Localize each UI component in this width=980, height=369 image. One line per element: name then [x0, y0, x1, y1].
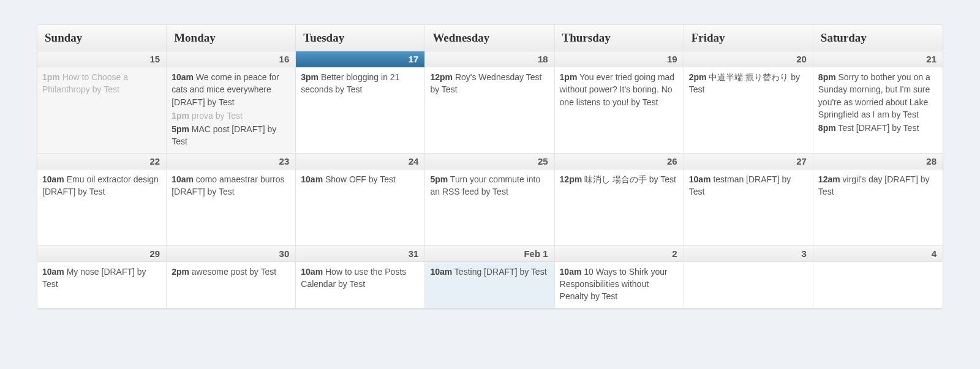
event-time: 10am — [301, 174, 323, 184]
calendar-day-cell[interactable]: 2410am Show OFF by Test — [296, 154, 425, 246]
posts-calendar: SundayMondayTuesdayWednesdayThursdayFrid… — [37, 24, 943, 309]
calendar-week-row: 2910am My nose [DRAFT] by Test302pm awes… — [37, 246, 943, 308]
day-number: 2 — [555, 246, 684, 262]
day-number: 15 — [37, 51, 166, 67]
event-title: Testing [DRAFT] by Test — [452, 267, 546, 277]
calendar-day-cell[interactable]: 2612pm 味消し 場合の手 by Test — [555, 154, 684, 246]
day-number: 31 — [296, 246, 424, 262]
event-title: 味消し 場合の手 by Test — [582, 174, 676, 184]
calendar-day-cell[interactable]: 3 — [684, 246, 813, 308]
calendar-event[interactable]: 10am testman [DRAFT] by Test — [689, 173, 808, 198]
day-number: 18 — [425, 51, 554, 67]
event-time: 3pm — [301, 72, 318, 82]
calendar-day-cell[interactable]: 2310am como amaestrar burros [DRAFT] by … — [167, 154, 296, 246]
event-time: 5pm — [172, 124, 189, 134]
calendar-event[interactable]: 10am Show OFF by Test — [301, 173, 420, 185]
day-events: 1pm How to Choose a Philanthropy by Test — [37, 67, 166, 101]
calendar-event[interactable]: 5pm MAC post [DRAFT] by Test — [172, 123, 290, 148]
weekday-header: Monday — [167, 25, 296, 51]
calendar-day-cell[interactable]: 202pm 中道半端 振り替わり by Test — [684, 51, 813, 154]
calendar-event[interactable]: 10am Emu oil extractor design [DRAFT] by… — [42, 173, 161, 198]
weekday-header: Friday — [684, 25, 813, 51]
day-number: 21 — [813, 51, 943, 67]
calendar-event[interactable]: 8pm Sorry to bother you on a Sunday morn… — [818, 71, 938, 121]
day-number: Feb 1 — [425, 246, 554, 262]
day-events: 2pm 中道半端 振り替わり by Test — [684, 67, 813, 101]
calendar-day-cell[interactable]: 2710am testman [DRAFT] by Test — [684, 154, 813, 246]
calendar-day-cell[interactable]: 1610am We come in peace for cats and mic… — [167, 51, 296, 154]
calendar-day-cell[interactable]: 2812am virgil's day [DRAFT] by Test — [813, 154, 943, 246]
calendar-day-cell[interactable]: 4 — [813, 246, 943, 308]
calendar-day-cell[interactable]: 210am 10 Ways to Shirk your Responsibili… — [555, 246, 684, 308]
day-events: 12pm Roy's Wednesday Test by Test — [425, 67, 554, 101]
calendar-event[interactable]: 10am We come in peace for cats and mice … — [172, 71, 290, 108]
calendar-event[interactable]: 10am 10 Ways to Shirk your Responsibilit… — [560, 266, 679, 303]
calendar-event[interactable]: 1pm How to Choose a Philanthropy by Test — [42, 71, 161, 96]
calendar-day-cell[interactable]: 255pm Turn your commute into an RSS feed… — [425, 154, 554, 246]
event-time: 5pm — [430, 174, 448, 184]
calendar-event[interactable]: 10am How to use the Posts Calendar by Te… — [301, 266, 420, 291]
event-time: 10am — [42, 267, 64, 277]
day-number: 4 — [813, 246, 943, 262]
calendar-day-cell[interactable]: 191pm You ever tried going mad without p… — [555, 51, 684, 154]
day-events: 10am Show OFF by Test — [296, 170, 424, 190]
day-events: 12am virgil's day [DRAFT] by Test — [813, 170, 943, 203]
event-time: 10am — [689, 174, 711, 184]
day-number: 20 — [684, 51, 813, 67]
calendar-event[interactable]: 5pm Turn your commute into an RSS feed b… — [430, 173, 549, 198]
calendar-day-cell[interactable]: 2210am Emu oil extractor design [DRAFT] … — [37, 154, 167, 246]
calendar-event[interactable]: 10am como amaestrar burros [DRAFT] by Te… — [172, 173, 290, 198]
event-time: 1pm — [560, 72, 578, 82]
event-title: prova by Test — [189, 111, 243, 121]
event-time: 12am — [818, 174, 840, 184]
calendar-event[interactable]: 12pm 味消し 場合の手 by Test — [560, 173, 679, 185]
calendar-event[interactable]: 10am My nose [DRAFT] by Test — [42, 266, 161, 291]
day-events: 12pm 味消し 場合の手 by Test — [555, 170, 684, 190]
calendar-day-cell[interactable]: 302pm awesome post by Test — [167, 246, 296, 308]
day-events: 10am How to use the Posts Calendar by Te… — [296, 262, 424, 296]
calendar-event[interactable]: 2pm awesome post by Test — [172, 266, 290, 278]
calendar-day-cell[interactable]: 173pm Better blogging in 21 seconds by T… — [296, 51, 425, 154]
page-container: SundayMondayTuesdayWednesdayThursdayFrid… — [0, 0, 980, 369]
event-time: 10am — [42, 174, 64, 184]
calendar-event[interactable]: 10am Testing [DRAFT] by Test — [430, 266, 549, 278]
weekday-header-row: SundayMondayTuesdayWednesdayThursdayFrid… — [37, 25, 943, 51]
calendar-event[interactable]: 1pm prova by Test — [172, 110, 290, 122]
event-title: awesome post by Test — [189, 267, 276, 277]
event-time: 8pm — [818, 123, 836, 133]
calendar-week-row: 2210am Emu oil extractor design [DRAFT] … — [37, 154, 943, 246]
day-events: 10am como amaestrar burros [DRAFT] by Te… — [167, 170, 295, 203]
calendar-event[interactable]: 2pm 中道半端 振り替わり by Test — [689, 71, 808, 96]
calendar-event[interactable]: 12am virgil's day [DRAFT] by Test — [818, 173, 938, 198]
day-number: 19 — [555, 51, 684, 67]
day-events: 10am Testing [DRAFT] by Test — [425, 262, 554, 283]
event-time: 10am — [560, 267, 582, 277]
calendar-event[interactable]: 8pm Test [DRAFT] by Test — [818, 122, 938, 134]
day-number: 27 — [684, 154, 813, 170]
day-events: 8pm Sorry to bother you on a Sunday morn… — [813, 67, 943, 139]
calendar-event[interactable]: 3pm Better blogging in 21 seconds by Tes… — [301, 71, 420, 96]
calendar-day-cell[interactable]: 2910am My nose [DRAFT] by Test — [37, 246, 167, 308]
day-events — [684, 262, 813, 269]
calendar-event[interactable]: 1pm You ever tried going mad without pow… — [560, 71, 679, 108]
calendar-day-cell[interactable]: 218pm Sorry to bother you on a Sunday mo… — [813, 51, 943, 154]
day-number: 16 — [167, 51, 295, 67]
weekday-header: Tuesday — [296, 25, 425, 51]
calendar-event[interactable]: 12pm Roy's Wednesday Test by Test — [430, 71, 549, 96]
calendar-day-cell[interactable]: 1812pm Roy's Wednesday Test by Test — [425, 51, 554, 154]
calendar-day-cell[interactable]: Feb 110am Testing [DRAFT] by Test — [425, 246, 554, 308]
calendar-day-cell[interactable]: 151pm How to Choose a Philanthropy by Te… — [37, 51, 167, 154]
weekday-header: Sunday — [37, 25, 167, 51]
day-events: 10am My nose [DRAFT] by Test — [37, 262, 166, 296]
calendar-day-cell[interactable]: 3110am How to use the Posts Calendar by … — [296, 246, 425, 308]
day-events: 3pm Better blogging in 21 seconds by Tes… — [296, 67, 424, 101]
event-title: Test [DRAFT] by Test — [836, 123, 919, 133]
event-title: Show OFF by Test — [323, 174, 396, 184]
day-number: 28 — [813, 154, 943, 170]
day-number: 17 — [296, 51, 424, 67]
calendar-grid: 151pm How to Choose a Philanthropy by Te… — [37, 51, 943, 308]
weekday-header: Thursday — [555, 25, 684, 51]
day-number: 22 — [37, 154, 166, 170]
day-events: 10am testman [DRAFT] by Test — [684, 170, 813, 203]
day-events: 10am Emu oil extractor design [DRAFT] by… — [37, 170, 166, 203]
